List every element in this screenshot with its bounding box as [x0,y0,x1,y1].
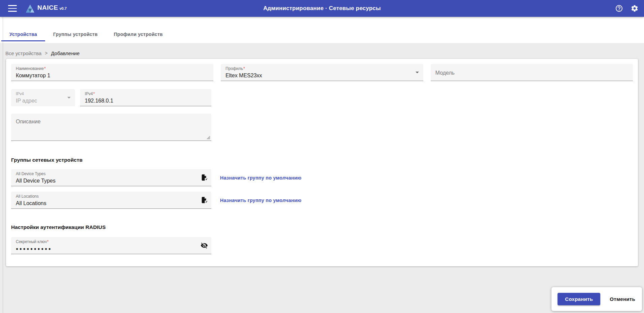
secret-key-field[interactable]: Секретный ключ* ●●●●●●●●●● [11,237,211,254]
tab-devices[interactable]: Устройства [1,26,45,43]
document-arrow-icon[interactable] [201,196,208,204]
assign-default-group-link[interactable]: Назначить группу по умолчанию [220,198,301,203]
group-row-locations: All Locations All Locations Назначить гр… [11,192,633,209]
device-types-group-label: All Device Types [16,171,45,176]
save-button[interactable]: Сохранить [558,293,600,305]
locations-group-label: All Locations [16,194,39,199]
groups-section-title: Группы сетевых устройств [11,157,633,163]
ipv4-field[interactable]: IPv4* 192.168.0.1 [80,89,211,106]
device-types-group-value: All Device Types [16,178,207,184]
required-asterisk: * [44,66,46,71]
chevron-down-icon [416,72,419,73]
required-asterisk: * [93,91,95,96]
tab-device-groups[interactable]: Группы устройств [45,26,106,43]
description-placeholder: Описание [16,118,207,125]
breadcrumb-current: Добавление [51,50,79,56]
app-header: NAICE v0.7 Администрирование · Сетевые р… [0,0,644,17]
group-row-device-types: All Device Types All Device Types Назнач… [11,169,633,186]
ip-type-select-label: IPv4 [16,91,24,96]
required-asterisk: * [243,66,245,71]
assign-default-group-link[interactable]: Назначить группу по умолчанию [220,175,301,181]
tab-device-profiles[interactable]: Профили устройств [106,26,171,43]
menu-icon[interactable] [8,5,17,12]
secret-key-label: Секретный ключ [16,239,47,244]
model-field[interactable]: Модель [431,64,633,81]
page-title: Администрирование · Сетевые ресурсы [0,5,644,12]
visibility-off-icon[interactable] [201,242,208,249]
resize-handle-icon[interactable] [206,135,210,140]
radius-section-title: Настройки аутентификации RADIUS [11,224,633,230]
naice-logo-icon [26,4,35,13]
breadcrumb: Все устройства > Добавление [0,43,644,59]
cancel-button[interactable]: Отменить [609,294,636,304]
profile-select-value: Eltex MES23xx [225,72,418,79]
brand-version: v0.7 [60,6,67,10]
name-field[interactable]: Наименование* Коммутатор 1 [11,64,213,81]
ip-type-select-value: IP адрес [16,97,70,104]
model-field-placeholder: Модель [435,70,455,76]
description-textarea[interactable]: Описание [11,114,211,141]
required-asterisk: * [47,239,49,244]
form-action-bar: Сохранить Отменить [551,287,642,311]
breadcrumb-separator: > [45,50,47,56]
gear-icon[interactable] [631,4,639,12]
secret-key-masked-value: ●●●●●●●●●● [16,246,207,252]
tab-bar: Устройства Группы устройств Профили устр… [0,17,644,43]
left-edge-divider [3,17,3,313]
device-types-group-field[interactable]: All Device Types All Device Types [11,169,211,186]
device-form-card: Наименование* Коммутатор 1 Профиль* Elte… [6,59,638,266]
ipv4-field-value: 192.168.0.1 [85,97,207,104]
breadcrumb-parent[interactable]: Все устройства [5,50,41,56]
name-field-value: Коммутатор 1 [16,72,209,79]
name-field-label: Наименование [16,66,44,71]
chevron-down-icon [67,97,71,99]
brand-name: NAICE [37,4,58,11]
document-arrow-icon[interactable] [201,174,208,181]
ipv4-field-label: IPv4 [85,91,93,96]
locations-group-value: All Locations [16,200,207,206]
help-icon[interactable] [615,4,623,12]
ip-type-select[interactable]: IPv4 IP адрес [11,89,75,106]
profile-select[interactable]: Профиль* Eltex MES23xx [221,64,423,81]
profile-select-label: Профиль [225,66,243,71]
brand-logo[interactable]: NAICE v0.7 [26,4,67,13]
locations-group-field[interactable]: All Locations All Locations [11,192,211,209]
